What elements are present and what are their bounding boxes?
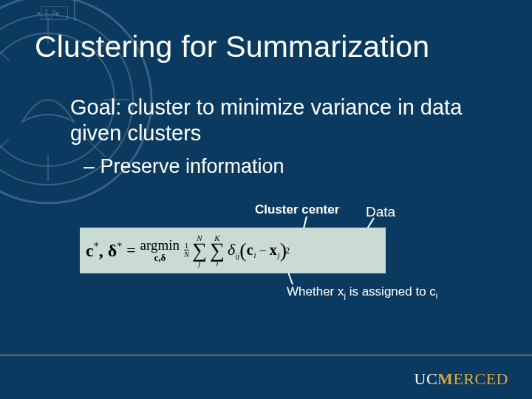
sum-over-j: N ∑ j <box>192 233 207 267</box>
delta-ij: δij <box>228 240 239 260</box>
corner-badge: A <box>41 6 68 20</box>
annotation-cluster-center: Cluster center <box>255 202 339 217</box>
x-j: xj <box>270 242 280 259</box>
annotation-assignment: Whether xj is assigned to ci <box>287 284 437 300</box>
footer-bar: UCMERCED <box>0 355 532 399</box>
sum-over-i: K ∑ i <box>210 233 225 267</box>
paren-open: ( <box>239 239 246 262</box>
ucmerced-logo: UCMERCED <box>415 369 508 389</box>
formula-box: c*, δ* = argmin c,δ 1 N N ∑ j K ∑ i δij … <box>80 228 386 273</box>
subbullet-preserve: – Preserve information <box>83 155 284 178</box>
corner-vline <box>74 0 75 21</box>
lhs: c*, δ* <box>86 241 122 261</box>
equals: = <box>126 241 135 260</box>
slide-title: Clustering for Summarization <box>35 30 429 64</box>
minus: − <box>259 243 267 259</box>
squared: 2 <box>285 245 290 256</box>
fraction-1-over-N: 1 N <box>184 242 189 259</box>
c-i: ci <box>247 242 256 259</box>
goal-text: Goal: cluster to minimize variance in da… <box>70 95 491 147</box>
annotation-data: Data <box>366 204 395 220</box>
argmin: argmin c,δ <box>140 237 180 264</box>
